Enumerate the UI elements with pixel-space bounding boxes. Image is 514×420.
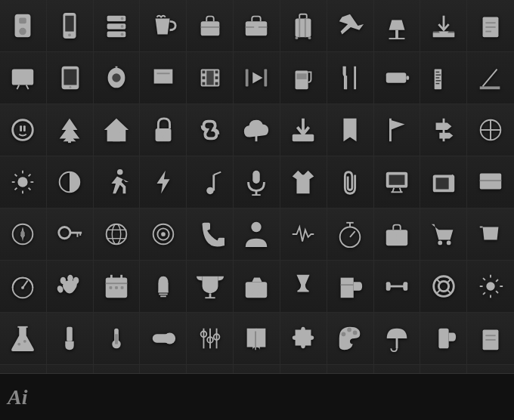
extra7-icon[interactable] [467, 313, 514, 365]
microphone-icon[interactable] [234, 156, 280, 208]
svg-marker-95 [156, 171, 169, 193]
film-icon[interactable] [187, 52, 234, 104]
cart-icon[interactable] [420, 208, 467, 261]
running-icon[interactable] [94, 156, 141, 208]
brightness-icon[interactable] [0, 156, 47, 208]
umbrella-icon[interactable] [374, 313, 421, 365]
extra5-icon[interactable] [467, 208, 514, 261]
extra6-icon[interactable] [467, 261, 514, 313]
server-icon[interactable] [94, 0, 141, 52]
ipod-icon[interactable] [0, 0, 47, 52]
tv-icon[interactable] [0, 52, 47, 104]
palette-icon[interactable] [327, 313, 374, 365]
lifebuoy-icon[interactable] [420, 261, 467, 313]
toilet-paper-icon[interactable] [94, 52, 141, 104]
signpost-icon-svg [429, 116, 458, 144]
chain-link-icon[interactable] [187, 104, 234, 156]
download-tray-icon[interactable] [420, 0, 467, 52]
compass-icon-svg [8, 220, 37, 249]
paw-icon[interactable] [47, 261, 94, 313]
extra1-icon[interactable] [467, 0, 514, 52]
cloud-upload-icon[interactable] [234, 104, 280, 156]
test-tube-icon[interactable] [47, 313, 94, 365]
house-icon[interactable] [94, 104, 141, 156]
battery-icon[interactable] [374, 52, 421, 104]
key-icon[interactable] [47, 208, 94, 261]
stopwatch-icon[interactable] [327, 208, 374, 261]
inbox-icon[interactable] [140, 52, 187, 104]
lock-icon[interactable] [140, 104, 187, 156]
flag-icon[interactable] [374, 104, 421, 156]
tablet-icon[interactable] [47, 52, 94, 104]
lightbulb-icon[interactable] [140, 261, 187, 313]
puzzle-icon[interactable] [280, 313, 327, 365]
speedometer-icon[interactable] [0, 261, 47, 313]
target-icon[interactable] [140, 208, 187, 261]
utensils-icon[interactable] [327, 52, 374, 104]
music-note-icon[interactable] [187, 156, 234, 208]
luggage-icon[interactable] [280, 0, 327, 52]
cup-icon-svg [429, 324, 458, 353]
tree-icon-svg [55, 116, 84, 144]
compass-icon[interactable] [0, 208, 47, 261]
puzzle-icon-svg [289, 324, 317, 353]
lightning-icon[interactable] [140, 156, 187, 208]
coffee-icon[interactable] [140, 0, 187, 52]
beer-mug-icon[interactable] [327, 261, 374, 313]
svg-point-10 [121, 25, 124, 28]
toolbox-icon[interactable] [234, 0, 280, 52]
outlet-icon[interactable] [0, 104, 47, 156]
gas-station-icon[interactable] [280, 52, 327, 104]
tree-icon[interactable] [47, 104, 94, 156]
svg-point-9 [121, 17, 124, 20]
extra2-icon[interactable] [467, 52, 514, 104]
svg-marker-68 [60, 119, 80, 141]
mobile-icon[interactable] [47, 0, 94, 52]
trophy-icon[interactable] [187, 261, 234, 313]
extra3-icon[interactable] [467, 104, 514, 156]
mixer-icon[interactable] [187, 313, 234, 365]
speedometer-icon-svg [8, 272, 37, 301]
lamp-icon[interactable] [374, 0, 421, 52]
contrast-icon[interactable] [47, 156, 94, 208]
film2-icon[interactable] [234, 52, 280, 104]
flask-icon[interactable] [0, 313, 47, 365]
ruler-icon[interactable] [420, 52, 467, 104]
dumbbell-icon[interactable] [374, 261, 421, 313]
stopwatch-icon-svg [336, 220, 364, 249]
svg-rect-45 [202, 82, 205, 85]
monitor-icon[interactable] [374, 156, 421, 208]
svg-point-175 [23, 340, 26, 343]
extra4-icon[interactable] [467, 156, 514, 208]
thermometer-icon[interactable] [94, 313, 141, 365]
svg-rect-176 [67, 327, 73, 341]
book-icon[interactable] [234, 313, 280, 365]
old-tv-icon[interactable] [420, 156, 467, 208]
svg-line-97 [213, 172, 221, 175]
extra3-icon-svg [476, 116, 505, 144]
heartbeat-icon[interactable] [280, 208, 327, 261]
calendar-icon[interactable] [94, 261, 141, 313]
airplane-icon[interactable] [327, 0, 374, 52]
download-icon[interactable] [280, 104, 327, 156]
globe-icon[interactable] [94, 208, 141, 261]
toggle-icon[interactable] [140, 313, 187, 365]
svg-rect-2 [20, 18, 27, 24]
person-icon[interactable] [234, 208, 280, 261]
paperclip-icon[interactable] [327, 156, 374, 208]
medical-kit-icon[interactable] [374, 208, 421, 261]
wine-glass-icon[interactable] [280, 261, 327, 313]
shirt-icon[interactable] [280, 156, 327, 208]
bookmark-icon[interactable] [327, 104, 374, 156]
phone-icon[interactable] [187, 208, 234, 261]
briefcase-icon[interactable] [187, 0, 234, 52]
svg-point-190 [347, 328, 351, 332]
running-icon-svg [102, 168, 131, 196]
signpost-icon[interactable] [420, 104, 467, 156]
camera-icon[interactable] [234, 261, 280, 313]
svg-rect-66 [20, 125, 23, 131]
download-icon-svg [289, 116, 317, 144]
svg-point-172 [486, 282, 494, 290]
extra7-icon-svg [476, 324, 505, 353]
cup-icon[interactable] [420, 313, 467, 365]
